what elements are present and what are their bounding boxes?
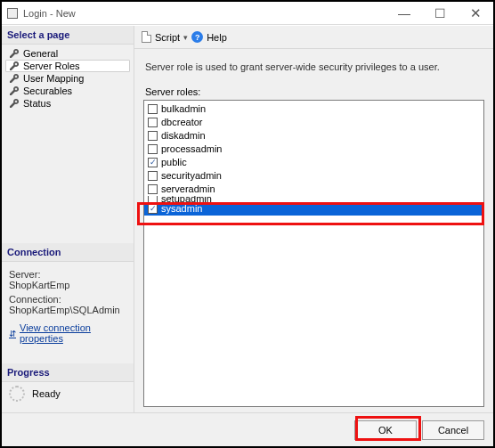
wrench-icon	[9, 98, 20, 109]
connection-value: ShopKartEmp\SQLAdmin	[9, 305, 128, 315]
maximize-icon: ☐	[434, 6, 446, 20]
select-page-header: Select a page	[2, 26, 134, 45]
checkbox[interactable]	[148, 171, 158, 181]
connection-label: Connection:	[9, 294, 128, 305]
sidebar-item-general[interactable]: General	[2, 47, 134, 60]
sidebar-item-label: Securables	[23, 86, 72, 96]
sidebar-item-securables[interactable]: Securables	[2, 85, 134, 97]
wrench-icon	[9, 48, 20, 59]
sidebar-item-label: Server Roles	[23, 61, 80, 71]
role-label: processadmin	[161, 143, 222, 156]
sidebar-item-label: General	[23, 48, 58, 59]
checkbox[interactable]	[148, 184, 158, 194]
button-bar: OK Cancel	[2, 412, 493, 446]
role-row-public[interactable]: ✓public	[144, 156, 483, 169]
role-row-serveradmin[interactable]: serveradmin	[144, 183, 483, 196]
role-label: public	[161, 156, 187, 169]
role-label: serveradmin	[161, 183, 215, 196]
progress-status: Ready	[32, 388, 61, 399]
sidebar-item-status[interactable]: Status	[2, 97, 134, 110]
minimize-button[interactable]: —	[386, 2, 422, 24]
role-row-securityadmin[interactable]: securityadmin	[144, 169, 483, 183]
script-label: Script	[155, 32, 180, 43]
checkbox[interactable]	[148, 131, 158, 141]
server-value: ShopKartEmp	[9, 280, 128, 290]
checkbox[interactable]	[148, 144, 158, 154]
role-row-processadmin[interactable]: processadmin	[144, 143, 483, 156]
script-icon	[142, 31, 151, 43]
page-list: General Server Roles User Mapping Secura…	[2, 45, 134, 112]
close-button[interactable]: ✕	[458, 2, 493, 24]
role-label: sysadmin	[161, 202, 202, 216]
progress-header: Progress	[2, 363, 134, 382]
app-icon	[7, 8, 18, 19]
help-icon: ?	[191, 31, 203, 43]
sidebar-item-user-mapping[interactable]: User Mapping	[2, 72, 134, 85]
titlebar: Login - New — ☐ ✕	[2, 2, 493, 25]
minimize-icon: —	[398, 6, 410, 20]
connection-block: Server: ShopKartEmp Connection: ShopKart…	[2, 262, 134, 347]
link-icon: ⇵	[9, 329, 16, 338]
sidebar: Select a page General Server Roles User …	[2, 26, 134, 412]
sidebar-item-server-roles[interactable]: Server Roles	[5, 60, 130, 72]
role-row-bulkadmin[interactable]: bulkadmin	[144, 102, 483, 116]
role-row-diskadmin[interactable]: diskadmin	[144, 129, 483, 143]
view-connection-properties-link[interactable]: ⇵ View connection properties	[9, 322, 128, 344]
help-label: Help	[207, 32, 227, 43]
wrench-icon	[9, 61, 20, 71]
description-text: Server role is used to grant server-wide…	[145, 61, 484, 72]
role-row-setupadmin[interactable]: setupadmin	[144, 196, 483, 202]
close-icon: ✕	[470, 5, 482, 21]
script-button[interactable]: Script ▾	[142, 31, 188, 43]
progress-block: Ready	[2, 382, 134, 405]
progress-spinner-icon	[9, 386, 25, 402]
checkbox[interactable]: ✓	[148, 204, 158, 214]
checkbox[interactable]	[148, 118, 158, 127]
role-label: diskadmin	[161, 129, 206, 143]
dropdown-arrow-icon: ▾	[183, 33, 188, 42]
maximize-button[interactable]: ☐	[422, 2, 458, 24]
connection-header: Connection	[2, 243, 134, 262]
role-row-sysadmin[interactable]: ✓sysadmin	[144, 202, 483, 216]
checkbox[interactable]	[148, 196, 158, 202]
link-label: View connection properties	[20, 322, 128, 344]
toolbar: Script ▾ ? Help	[134, 26, 493, 49]
cancel-button[interactable]: Cancel	[422, 420, 484, 440]
sidebar-item-label: User Mapping	[23, 73, 84, 84]
role-row-dbcreator[interactable]: dbcreator	[144, 116, 483, 129]
server-roles-listbox[interactable]: bulkadmin dbcreator diskadmin processadm…	[143, 100, 484, 407]
role-label: dbcreator	[161, 116, 202, 129]
checkbox[interactable]	[148, 104, 158, 114]
sidebar-item-label: Status	[23, 98, 51, 109]
role-label: setupadmin	[161, 196, 212, 202]
ok-button[interactable]: OK	[354, 420, 417, 440]
server-label: Server:	[9, 269, 128, 280]
main-panel: Script ▾ ? Help Server role is used to g…	[134, 26, 493, 412]
wrench-icon	[9, 86, 20, 96]
window-title: Login - New	[23, 8, 76, 19]
role-label: bulkadmin	[161, 102, 206, 116]
server-roles-label: Server roles:	[145, 86, 484, 97]
role-label: securityadmin	[161, 169, 222, 183]
help-button[interactable]: ? Help	[191, 31, 227, 43]
checkbox[interactable]: ✓	[148, 158, 158, 167]
wrench-icon	[9, 73, 20, 84]
